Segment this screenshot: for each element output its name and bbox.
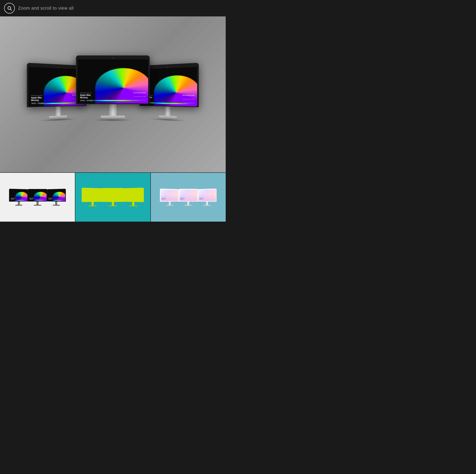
imac-center-right-info: Microsoft Surface Studio Mockup Resoluti… [134, 90, 146, 101]
imac-center-camera-bar [78, 57, 148, 59]
mini-imac-group-dark: Apple iMacMockup Apple iMacMockup [9, 189, 66, 206]
imac-group: Presentation Kit Apple iMacMockup Sketch… [20, 55, 205, 134]
mini-yellow-center [102, 188, 123, 206]
mini-yellow-right-outer [123, 187, 144, 202]
mini-yellow-right-neck [132, 202, 134, 206]
mini-white-left-screen: Apple iMacMockup [161, 189, 178, 201]
mini-yellow-left-base [88, 205, 97, 206]
imac-center-badge-ps: Photoshop [86, 100, 93, 101]
mini-yellow-left-screen [83, 189, 102, 202]
imac-center-screen: Presentation Kit Apple iMacMockup Sketch… [78, 59, 148, 103]
header-search-label: Zoom and scroll to view all [18, 5, 74, 11]
mini-white-left-outer: Apple iMacMockup [160, 188, 179, 202]
mini-yellow-center-neck [112, 202, 114, 206]
mini-dark-center-title: Apple iMacMockup [30, 198, 34, 200]
mini-dark-right: Apple iMacMockup [47, 188, 66, 206]
mini-imac-group-white: Apple iMacMockup Apple iMacMockup [160, 189, 217, 206]
mini-dark-right-screen: Apple iMacMockup [48, 189, 65, 201]
mini-dark-right-base [52, 204, 60, 206]
imac-right-res: Mockup Resolution: 5120×2880Image Resolu… [183, 99, 195, 103]
mini-dark-left-screen: Apple iMacMockup [10, 189, 27, 201]
mini-white-center-outer: Apple iMacMockup [178, 189, 198, 202]
mini-white-right-neck [206, 202, 208, 205]
mini-yellow-right-screen [124, 189, 143, 202]
svg-line-1 [10, 9, 12, 10]
mini-yellow-left [82, 187, 102, 207]
mini-white-center-title: Apple iMacMockup [181, 198, 185, 200]
imac-center-badge-sketch: Sketch [80, 100, 85, 101]
mini-dark-center-neck [36, 202, 39, 205]
mini-dark-center: Apple iMacMockup [28, 189, 47, 206]
mini-white-center-screen: Apple iMacMockup [179, 190, 198, 201]
mini-white-left: Apple iMacMockup [160, 188, 179, 206]
imac-left-badge-sketch: Sketch [31, 102, 36, 104]
mini-dark-center-base [34, 205, 41, 206]
mini-imac-group-yellow [82, 188, 144, 206]
mini-yellow-center-screen [103, 189, 122, 201]
mini-white-right-title: Apple iMacMockup [200, 198, 204, 200]
mini-yellow-left-neck [91, 202, 94, 206]
mini-white-right-base [203, 205, 210, 206]
imac-left-shadow [38, 118, 77, 122]
imac-right-shadow [149, 118, 187, 122]
mini-white-left-title: Apple iMacMockup [162, 198, 166, 200]
imac-left-base [49, 115, 67, 118]
imac-center: Presentation Kit Apple iMacMockup Sketch… [76, 55, 150, 121]
mini-white-right: Apple iMacMockup [198, 188, 217, 206]
mini-dark-left-outer: Apple iMacMockup [9, 188, 28, 202]
mini-dark-center-screen: Apple iMacMockup [28, 190, 47, 201]
mini-white-center: Apple iMacMockup [178, 189, 198, 206]
imac-left-neck [55, 106, 61, 116]
mini-white-left-neck [169, 202, 170, 205]
imac-right-base [159, 115, 177, 118]
imac-left-camera [57, 67, 59, 68]
mini-yellow-right-base [129, 205, 137, 206]
mini-white-center-neck [187, 202, 189, 205]
mini-dark-left-base [15, 204, 22, 206]
mini-dark-center-outer: Apple iMacMockup [28, 189, 47, 202]
mini-dark-left-neck [18, 201, 20, 204]
mini-dark-right-outer: Apple iMacMockup [47, 188, 66, 202]
mini-dark-left: Apple iMacMockup [9, 188, 28, 206]
imac-center-screen-outer: Presentation Kit Apple iMacMockup Sketch… [76, 55, 150, 104]
imac-center-camera [112, 58, 114, 59]
imac-center-neck [109, 104, 117, 116]
mini-yellow-center-base [109, 206, 117, 206]
thumb-panel-dark[interactable]: Apple iMacMockup Apple iMacMockup [0, 173, 75, 222]
mini-white-center-base [185, 205, 192, 206]
imac-center-shadow [92, 119, 133, 121]
mini-white-left-base [166, 205, 173, 206]
mini-white-right-outer: Apple iMacMockup [198, 188, 217, 202]
mini-dark-left-title: Apple iMacMockup [11, 198, 15, 200]
mini-yellow-right [123, 187, 144, 207]
imac-right-right-info: Microsoft Surface Studio Mockup Resoluti… [182, 93, 194, 104]
mini-dark-right-neck [55, 201, 57, 204]
imac-center-canvas: Presentation Kit Apple iMacMockup Sketch… [78, 59, 148, 103]
mini-yellow-left-outer [82, 187, 102, 202]
search-button[interactable] [4, 3, 15, 14]
thumb-panel-white[interactable]: Apple iMacMockup Apple iMacMockup [151, 173, 226, 222]
imac-right-brand: Microsoft Surface Studio [182, 95, 194, 96]
imac-center-res: Mockup Resolution: 5120×2880Image Resolu… [134, 96, 146, 101]
imac-center-brand: Microsoft Surface Studio [134, 92, 146, 93]
imac-right-camera [167, 67, 168, 68]
imac-right-neck [165, 106, 170, 116]
imac-left-badge-ps: Photoshop [37, 102, 44, 104]
main-preview-area: Presentation Kit Apple iMacMockup Sketch… [0, 17, 226, 172]
search-icon [7, 6, 12, 11]
mini-dark-right-title: Apple iMacMockup [49, 198, 53, 200]
header: Zoom and scroll to view all [0, 0, 226, 17]
imac-center-base [101, 116, 125, 118]
thumbnails-row: Apple iMacMockup Apple iMacMockup [0, 172, 226, 222]
mini-white-right-screen: Apple iMacMockup [198, 189, 216, 201]
mini-yellow-center-outer [102, 188, 123, 202]
thumb-panel-yellow[interactable] [75, 173, 151, 222]
